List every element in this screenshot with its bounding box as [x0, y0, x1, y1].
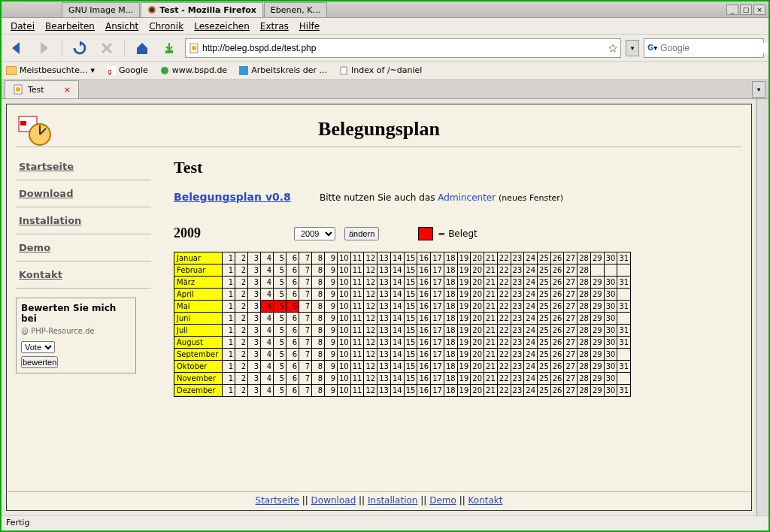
nav-installation[interactable]: Installation	[16, 207, 151, 234]
day-cell[interactable]: 15	[404, 361, 417, 373]
day-cell[interactable]: 22	[497, 301, 511, 313]
footer-link[interactable]: Demo	[429, 495, 456, 506]
day-cell[interactable]: 4	[261, 385, 274, 397]
day-cell[interactable]: 3	[248, 373, 261, 385]
day-cell[interactable]: 2	[235, 277, 248, 289]
day-cell[interactable]: 18	[444, 361, 457, 373]
day-cell[interactable]: 28	[578, 385, 591, 397]
os-tab-active[interactable]: Test - Mozilla Firefox	[141, 2, 263, 17]
day-cell[interactable]: 27	[564, 349, 578, 361]
day-cell[interactable]: 13	[377, 313, 391, 325]
day-cell[interactable]: 11	[350, 301, 364, 313]
os-tab-inactive[interactable]: Ebenen, K...	[264, 2, 327, 17]
day-cell[interactable]: 9	[325, 349, 338, 361]
close-tab-icon[interactable]: ×	[64, 85, 71, 95]
day-cell[interactable]: 14	[390, 289, 404, 301]
day-cell[interactable]: 15	[404, 289, 417, 301]
day-cell[interactable]: 5	[274, 349, 286, 361]
day-cell[interactable]: 28	[578, 289, 591, 301]
day-cell[interactable]: 4	[261, 349, 274, 361]
day-cell[interactable]: 13	[377, 349, 391, 361]
day-cell[interactable]: 23	[511, 337, 524, 349]
day-cell[interactable]: 14	[390, 325, 404, 337]
menu-view[interactable]: Ansicht	[101, 20, 143, 33]
day-cell[interactable]: 11	[350, 373, 364, 385]
day-cell[interactable]: 1	[223, 337, 235, 349]
day-cell[interactable]: 27	[564, 373, 578, 385]
day-cell[interactable]: 7	[299, 337, 312, 349]
day-cell[interactable]: 4	[261, 252, 274, 264]
day-cell[interactable]: 9	[325, 373, 338, 385]
day-cell[interactable]: 9	[325, 325, 338, 337]
day-cell[interactable]: 25	[538, 301, 551, 313]
day-cell[interactable]: 9	[325, 289, 338, 301]
day-cell[interactable]: 4	[261, 313, 274, 325]
day-cell[interactable]: 28	[578, 373, 591, 385]
day-cell[interactable]: 10	[338, 325, 351, 337]
day-cell[interactable]: 29	[590, 313, 604, 325]
day-cell[interactable]: 23	[511, 385, 524, 397]
day-cell[interactable]: 7	[299, 313, 312, 325]
day-cell[interactable]: 8	[312, 385, 325, 397]
day-cell[interactable]: 28	[578, 264, 591, 277]
day-cell[interactable]: 26	[550, 264, 564, 277]
day-cell[interactable]: 4	[261, 289, 274, 301]
day-cell[interactable]: 12	[364, 325, 377, 337]
day-cell[interactable]: 16	[417, 277, 431, 289]
day-cell[interactable]: 27	[564, 313, 578, 325]
day-cell[interactable]: 22	[497, 252, 511, 264]
vote-select[interactable]: Vote	[21, 341, 55, 353]
day-cell[interactable]: 18	[444, 277, 457, 289]
day-cell[interactable]: 29	[590, 277, 604, 289]
day-cell[interactable]: 5	[274, 385, 286, 397]
day-cell[interactable]: 25	[538, 313, 551, 325]
day-cell[interactable]: 23	[511, 325, 524, 337]
day-cell[interactable]: 14	[390, 313, 404, 325]
day-cell[interactable]: 27	[564, 289, 578, 301]
day-cell[interactable]: 13	[377, 301, 391, 313]
day-cell[interactable]: 16	[417, 289, 431, 301]
day-cell[interactable]: 14	[390, 385, 404, 397]
day-cell[interactable]: 2	[235, 289, 248, 301]
year-change-button[interactable]: ändern	[344, 227, 379, 240]
day-cell[interactable]: 12	[364, 289, 377, 301]
day-cell[interactable]: 19	[457, 264, 471, 277]
day-cell[interactable]: 5	[274, 337, 286, 349]
day-cell[interactable]: 3	[248, 337, 261, 349]
day-cell[interactable]: 6	[286, 252, 299, 264]
day-cell[interactable]: 21	[484, 313, 498, 325]
day-cell[interactable]: 22	[497, 337, 511, 349]
day-cell[interactable]: 8	[312, 301, 325, 313]
day-cell[interactable]: 24	[524, 289, 538, 301]
day-cell[interactable]: 26	[550, 325, 564, 337]
day-cell[interactable]: 25	[538, 361, 551, 373]
day-cell[interactable]: 7	[299, 385, 312, 397]
day-cell[interactable]: 29	[590, 349, 604, 361]
day-cell[interactable]: 1	[223, 289, 235, 301]
day-cell[interactable]: 17	[431, 349, 444, 361]
day-cell[interactable]: 11	[350, 264, 364, 277]
day-cell[interactable]: 1	[223, 349, 235, 361]
day-cell[interactable]: 4	[261, 373, 274, 385]
day-cell[interactable]: 3	[248, 289, 261, 301]
day-cell[interactable]: 30	[604, 385, 617, 397]
day-cell[interactable]: 5	[274, 252, 286, 264]
day-cell[interactable]: 29	[590, 325, 604, 337]
day-cell[interactable]: 19	[457, 301, 471, 313]
day-cell[interactable]: 17	[431, 264, 444, 277]
day-cell[interactable]: 30	[604, 361, 617, 373]
day-cell[interactable]: 2	[235, 361, 248, 373]
day-cell[interactable]: 2	[235, 385, 248, 397]
search-engine-icon[interactable]: G▾	[647, 44, 657, 52]
day-cell[interactable]: 23	[511, 301, 524, 313]
day-cell[interactable]: 25	[538, 373, 551, 385]
day-cell[interactable]: 25	[538, 325, 551, 337]
day-cell[interactable]: 23	[511, 373, 524, 385]
day-cell[interactable]: 24	[524, 301, 538, 313]
day-cell[interactable]: 24	[524, 325, 538, 337]
day-cell[interactable]: 1	[223, 301, 235, 313]
day-cell[interactable]: 13	[377, 337, 391, 349]
day-cell[interactable]: 11	[350, 313, 364, 325]
day-cell[interactable]: 6	[286, 361, 299, 373]
day-cell[interactable]: 20	[471, 373, 484, 385]
